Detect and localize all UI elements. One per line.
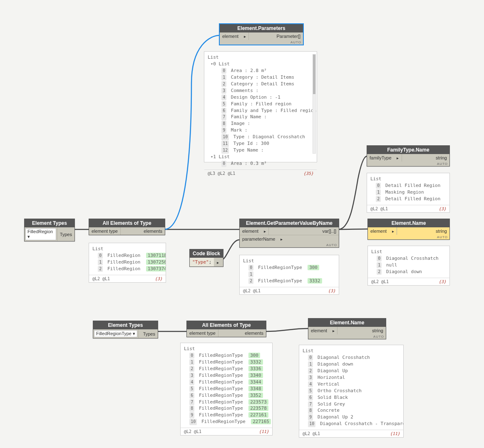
panel-levels: @L2 @L1 xyxy=(303,431,320,436)
node-element-name-2[interactable]: Element.Name element string AUTO xyxy=(308,318,386,339)
port-in-familytype[interactable]: familyType xyxy=(367,154,394,162)
panel-count: {3} xyxy=(328,289,335,293)
node-element-types-1[interactable]: Element Types FilledRegion ▾ Types xyxy=(24,219,75,241)
port-in-element[interactable]: element xyxy=(240,227,261,235)
port-in-element[interactable]: element xyxy=(220,32,241,40)
type-select[interactable]: FilledRegionType ▾ xyxy=(94,330,137,337)
port-out-elements[interactable]: elements xyxy=(242,329,266,337)
code-text[interactable]: "Type"; xyxy=(190,258,214,266)
scrollbar[interactable] xyxy=(313,54,316,154)
chevron-right-icon xyxy=(261,229,268,234)
dropdown-icon: ▾ xyxy=(133,331,135,336)
port-out-types[interactable]: Types xyxy=(57,231,74,238)
chevron-right-icon xyxy=(241,34,248,39)
node-title: Element.Name xyxy=(308,319,386,327)
port-out-var[interactable]: var[]..[] xyxy=(320,227,339,235)
panel-count: {35} xyxy=(303,171,313,176)
node-title: Element Types xyxy=(25,219,74,227)
port-out-elements[interactable]: elements xyxy=(141,227,165,235)
node-element-types-2[interactable]: Element Types FilledRegionType ▾ Types xyxy=(93,321,158,338)
node-title: Code Block xyxy=(190,249,223,258)
panel-levels: @L2 @L1 xyxy=(371,279,389,284)
panel-levels: @L2 @L1 xyxy=(243,289,261,293)
node-familytype-name[interactable]: FamilyType.Name familyType string AUTO xyxy=(367,145,450,167)
lacing-auto: AUTO xyxy=(220,40,303,45)
panel-levels: @L3 @L2 @L1 xyxy=(208,171,235,176)
dropdown-icon: ▾ xyxy=(27,234,30,239)
lacing-auto: AUTO xyxy=(308,334,386,339)
port-in-element[interactable]: element xyxy=(368,227,389,235)
preview-all-elements-1: List 0 FilledRegion 1307118 1 FilledRegi… xyxy=(89,243,166,283)
panel-levels: @L2 @L1 xyxy=(92,276,110,281)
node-all-elements-of-type-2[interactable]: All Elements of Type element type elemen… xyxy=(186,321,266,337)
port-out-string[interactable]: string xyxy=(370,327,386,334)
panel-count: {3} xyxy=(439,279,446,284)
lacing-auto: AUTO xyxy=(240,243,339,247)
chevron-right-icon xyxy=(389,229,397,234)
node-element-name-1[interactable]: Element.Name element string AUTO xyxy=(367,219,450,240)
port-in-element[interactable]: element xyxy=(308,327,330,334)
node-title: Element Types xyxy=(93,321,158,329)
node-title: All Elements of Type xyxy=(187,321,266,329)
node-title: Element.Parameters xyxy=(220,24,303,32)
port-out-string[interactable]: string xyxy=(433,154,449,162)
lacing-auto: AUTO xyxy=(368,235,449,239)
type-select[interactable]: FilledRegion ▾ xyxy=(25,228,56,240)
preview-element-name-1: List 0 Diagonal Crosshatch 1 null 2 Diag… xyxy=(367,246,450,286)
panel-levels: @L2 @L1 xyxy=(184,429,201,434)
preview-get-parameter-value: List 0 FilledRegionType 300 1 2 FilledRe… xyxy=(239,255,339,295)
port-out-string[interactable]: string xyxy=(433,227,449,235)
node-element-parameters[interactable]: Element.Parameters element Parameter[] A… xyxy=(219,24,303,45)
port-out-types[interactable]: Types xyxy=(141,330,158,338)
node-get-parameter-value[interactable]: Element.GetParameterValueByName element … xyxy=(239,219,339,248)
port-in-element-type[interactable]: element type xyxy=(187,329,218,337)
port-in-parameter-name[interactable]: parameterName xyxy=(240,235,278,243)
chevron-right-icon xyxy=(330,328,337,333)
panel-count: {11} xyxy=(259,429,269,434)
panel-count: {3} xyxy=(439,207,446,211)
port-out-parameters[interactable]: Parameter[] xyxy=(274,32,303,40)
panel-levels: @L2 @L1 xyxy=(370,207,388,211)
port-in-element-type[interactable]: element type xyxy=(89,227,120,235)
node-code-block[interactable]: Code Block "Type"; xyxy=(189,249,223,267)
preview-element-name-2: List 0 Diagonal Crosshatch 1 Diagonal do… xyxy=(299,345,404,438)
lacing-auto: AUTO xyxy=(367,162,449,166)
chevron-right-icon xyxy=(214,260,221,265)
chevron-right-icon xyxy=(278,236,285,241)
preview-familytype-name: List 0 Detail Filled Region 1 Masking Re… xyxy=(367,173,450,213)
panel-count: {3} xyxy=(155,276,162,281)
preview-element-parameters: List ▾0 List 0 Area : 2.8 m² 1 Category … xyxy=(204,51,317,162)
node-title: Element.GetParameterValueByName xyxy=(240,219,339,227)
node-all-elements-of-type-1[interactable]: All Elements of Type element type elemen… xyxy=(89,219,165,235)
panel-count: {11} xyxy=(390,431,400,436)
node-title: FamilyType.Name xyxy=(367,146,449,154)
node-title: Element.Name xyxy=(368,219,449,227)
node-title: All Elements of Type xyxy=(89,219,165,227)
chevron-right-icon xyxy=(394,155,402,160)
preview-all-elements-2: List 0 FilledRegionType 300 1 FilledRegi… xyxy=(180,343,273,436)
